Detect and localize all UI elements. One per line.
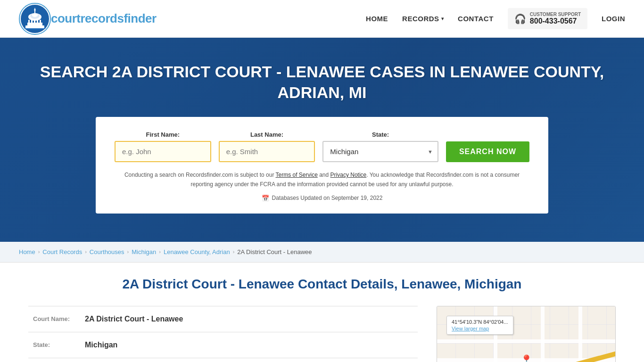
calendar-icon: 📅 (262, 195, 269, 202)
logo[interactable]: courtrecordsfinder (19, 3, 157, 35)
breadcrumb-current: 2A District Court - Lenawee (237, 248, 312, 255)
nav-login[interactable]: LOGIN (602, 15, 625, 23)
svg-rect-3 (25, 25, 44, 28)
hero-content: SEARCH 2A DISTRICT COURT - LENAWEE CASES… (9, 61, 635, 214)
support-number: 800-433-0567 (530, 17, 581, 25)
map-area: E Hunt St Sandwich • 📍 41°54'10.3"N 84°0… (437, 306, 616, 362)
first-name-input[interactable] (115, 141, 211, 162)
court-info-table: Court Name: 2A District Court - Lenawee … (28, 306, 418, 358)
section-title: 2A District Court - Lenawee Contact Deta… (28, 277, 616, 292)
map-coordinates: 41°54'10.3"N 84°02'04... (452, 319, 508, 325)
state-info-value: Michigan (85, 341, 117, 349)
state-row: State: Michigan (28, 332, 418, 358)
chevron-down-icon: ▾ (441, 16, 444, 21)
nav-contact[interactable]: CONTACT (458, 15, 494, 23)
view-larger-map-link[interactable]: View larger map (452, 326, 508, 331)
first-name-label: First Name: (115, 131, 211, 138)
main-nav: HOME RECORDS ▾ CONTACT 🎧 CUSTOMER SUPPOR… (366, 8, 625, 29)
search-form: First Name: Last Name: State: AlabamaAla… (96, 117, 548, 213)
breadcrumb-sep-3: › (127, 249, 129, 255)
logo-text: courtrecordsfinder (51, 11, 157, 26)
map-tooltip: 41°54'10.3"N 84°02'04... View larger map (446, 316, 513, 335)
breadcrumb-sep-2: › (85, 249, 87, 255)
court-name-label: Court Name: (33, 315, 80, 322)
last-name-group: Last Name: (219, 131, 315, 162)
map-road-v2 (541, 306, 545, 362)
map-road-v3 (578, 306, 582, 362)
svg-rect-9 (40, 20, 41, 25)
nav-records[interactable]: RECORDS ▾ (402, 15, 444, 23)
hero-section: SEARCH 2A DISTRICT COURT - LENAWEE CASES… (0, 38, 644, 242)
disclaimer-text: Conducting a search on Recordsfinder.com… (115, 171, 529, 189)
breadcrumb-court-records[interactable]: Court Records (42, 248, 82, 255)
breadcrumb-lenawee[interactable]: Lenawee County, Adrian (164, 248, 230, 255)
headset-icon: 🎧 (514, 13, 526, 25)
breadcrumb-bar: Home › Court Records › Courthouses › Mic… (0, 242, 644, 263)
state-select-wrapper: AlabamaAlaskaArizonaArkansasCaliforniaCo… (322, 141, 438, 162)
breadcrumb: Home › Court Records › Courthouses › Mic… (19, 248, 625, 255)
terms-link[interactable]: Terms of Service (276, 172, 318, 178)
state-label: State: (322, 131, 438, 138)
court-name-value: 2A District Court - Lenawee (85, 315, 183, 323)
map-pin-icon: 📍 (520, 354, 533, 362)
breadcrumb-michigan[interactable]: Michigan (132, 248, 156, 255)
court-name-row: Court Name: 2A District Court - Lenawee (28, 306, 418, 332)
map-road-h1 (437, 339, 615, 343)
header: courtrecordsfinder HOME RECORDS ▾ CONTAC… (0, 0, 644, 38)
last-name-label: Last Name: (219, 131, 315, 138)
breadcrumb-home[interactable]: Home (19, 248, 35, 255)
db-updated: 📅 Databases Updated on September 19, 202… (115, 195, 529, 202)
last-name-input[interactable] (219, 141, 315, 162)
hero-title: SEARCH 2A DISTRICT COURT - LENAWEE CASES… (9, 61, 635, 103)
breadcrumb-sep-5: › (233, 249, 235, 255)
form-fields-row: First Name: Last Name: State: AlabamaAla… (115, 131, 529, 162)
state-select[interactable]: AlabamaAlaskaArizonaArkansasCaliforniaCo… (322, 141, 438, 162)
svg-rect-6 (31, 20, 33, 25)
map-container: E Hunt St Sandwich • 📍 41°54'10.3"N 84°0… (437, 306, 616, 362)
nav-home[interactable]: HOME (366, 15, 388, 23)
main-content: 2A District Court - Lenawee Contact Deta… (0, 263, 644, 362)
logo-icon (19, 3, 51, 35)
breadcrumb-sep-4: › (159, 249, 161, 255)
search-button[interactable]: SEARCH NOW (446, 141, 529, 162)
svg-rect-5 (28, 20, 30, 25)
state-group: State: AlabamaAlaskaArizonaArkansasCalif… (322, 131, 438, 162)
privacy-link[interactable]: Privacy Notice (330, 172, 367, 178)
breadcrumb-sep-1: › (38, 249, 40, 255)
support-label: CUSTOMER SUPPORT (530, 12, 581, 17)
customer-support: 🎧 CUSTOMER SUPPORT 800-433-0567 (508, 8, 587, 29)
court-details-layout: Court Name: 2A District Court - Lenawee … (28, 306, 616, 362)
state-info-label: State: (33, 341, 80, 348)
first-name-group: First Name: (115, 131, 211, 162)
breadcrumb-courthouses[interactable]: Courthouses (90, 248, 124, 255)
